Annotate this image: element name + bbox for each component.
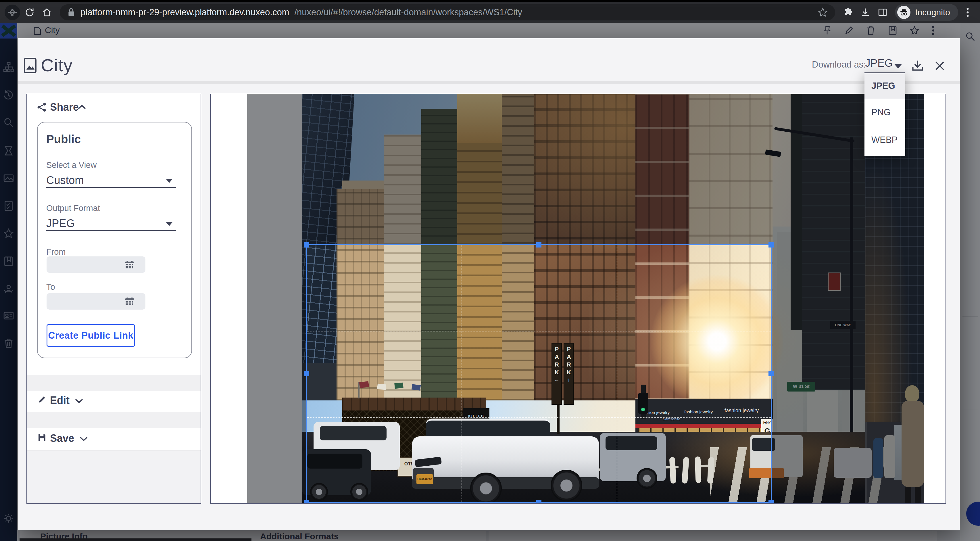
section-gap	[27, 412, 200, 428]
url-bar[interactable]: platform-nmm-pr-29-preview.platform.dev.…	[60, 4, 835, 21]
select-caret-icon	[166, 222, 173, 226]
crop-selection[interactable]	[306, 244, 772, 503]
incognito-badge[interactable]: Incognito	[895, 4, 958, 21]
save-header-label: Save	[50, 432, 74, 444]
header-divider	[18, 81, 960, 84]
dialog-title: City	[41, 55, 73, 75]
share-icon	[37, 102, 46, 112]
chevron-down-icon	[79, 436, 88, 442]
preview-dialog: City Download as: JPEG JPEG PNG WEBP Sha…	[18, 38, 960, 530]
output-format-value[interactable]: JPEG	[46, 217, 75, 230]
menu-item-webp[interactable]: WEBP	[864, 126, 905, 154]
side-panel-icon[interactable]	[875, 5, 890, 20]
menu-item-png[interactable]: PNG	[864, 99, 905, 126]
url-path: /nuxeo/ui/#!/browse/default-domain/works…	[294, 7, 813, 18]
browser-menu-icon[interactable]	[960, 5, 975, 20]
chevron-up-icon	[78, 104, 86, 110]
crop-handle-e[interactable]	[768, 371, 774, 376]
browser-toolbar: platform-nmm-pr-29-preview.platform.dev.…	[0, 0, 980, 23]
menu-item-jpeg[interactable]: JPEG	[864, 73, 905, 99]
select-caret-icon	[894, 64, 902, 68]
url-domain: platform-nmm-pr-29-preview.platform.dev.…	[81, 7, 289, 18]
crop-handle-s[interactable]	[536, 500, 541, 503]
download-icon[interactable]	[911, 59, 924, 73]
calendar-icon[interactable]	[124, 297, 135, 307]
crop-handle-se[interactable]	[768, 500, 774, 503]
crop-grid-line	[461, 245, 462, 502]
crop-handle-sw[interactable]	[304, 500, 309, 503]
home-icon[interactable]	[39, 5, 55, 20]
save-floppy-icon	[37, 433, 46, 442]
image-icon	[24, 57, 37, 73]
bookmark-star-icon[interactable]	[818, 8, 828, 17]
crop-handle-w[interactable]	[304, 371, 309, 376]
crop-handle-n[interactable]	[536, 242, 541, 248]
viewer-stage: ONE WAY W 31 St fashion jewelry fashion …	[247, 94, 910, 503]
calendar-icon[interactable]	[124, 260, 135, 270]
incognito-icon	[897, 6, 910, 19]
select-view-label: Select a View	[46, 161, 97, 170]
forward-icon[interactable]	[5, 5, 20, 20]
chevron-down-icon	[75, 398, 83, 404]
crop-grid-line	[307, 331, 771, 331]
pencil-icon	[37, 395, 46, 404]
crop-handle-ne[interactable]	[768, 242, 774, 248]
actions-panel: Share Public Select a View Custom Output…	[26, 94, 201, 504]
field-underline	[46, 230, 176, 231]
format-dropdown-menu: JPEG PNG WEBP	[864, 73, 905, 156]
share-header-label: Share	[50, 101, 79, 113]
select-view-value[interactable]: Custom	[46, 174, 84, 186]
downloads-icon[interactable]	[858, 5, 873, 20]
edit-header-label: Edit	[50, 395, 70, 406]
from-label: From	[46, 247, 66, 257]
screen: platform-nmm-pr-29-preview.platform.dev.…	[0, 0, 980, 541]
section-gap	[27, 450, 200, 503]
field-underline	[46, 187, 176, 188]
extensions-icon[interactable]	[840, 5, 856, 20]
card-title: Public	[46, 133, 81, 146]
crop-grid-line	[307, 417, 771, 418]
to-label: To	[46, 282, 55, 292]
photo-preview: ONE WAY W 31 St fashion jewelry fashion …	[302, 94, 924, 503]
lock-icon	[67, 8, 75, 17]
crop-grid-line	[617, 245, 617, 502]
section-gap	[27, 375, 200, 391]
crop-handle-nw[interactable]	[304, 242, 309, 248]
crop-dim-top	[302, 94, 924, 244]
public-share-card: Public Select a View Custom Output Forma…	[37, 122, 192, 358]
crop-dim-right	[772, 244, 924, 503]
select-caret-icon	[166, 179, 173, 183]
reload-icon[interactable]	[22, 5, 37, 20]
image-viewer: ONE WAY W 31 St fashion jewelry fashion …	[210, 94, 946, 504]
close-icon[interactable]	[934, 60, 945, 72]
output-format-label: Output Format	[46, 204, 100, 213]
create-public-link-button[interactable]: Create Public Link	[46, 324, 135, 347]
incognito-label: Incognito	[915, 8, 950, 17]
download-as-label: Download as:	[812, 59, 866, 70]
